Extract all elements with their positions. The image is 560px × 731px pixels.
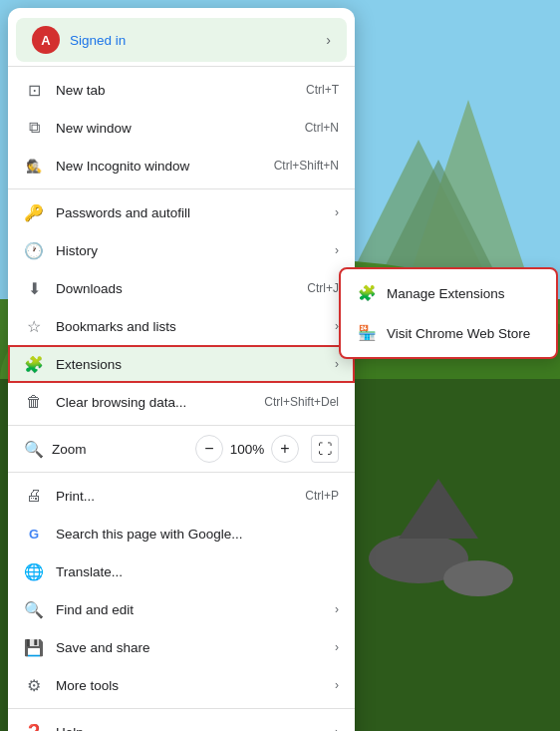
history-icon: 🕐 <box>24 240 44 260</box>
downloads-label: Downloads <box>56 281 295 296</box>
menu-item-help[interactable]: ❓ Help › <box>8 713 355 731</box>
chrome-web-store-icon: 🏪 <box>357 323 377 343</box>
new-window-label: New window <box>56 121 293 136</box>
menu-item-new-tab[interactable]: ⊡ New tab Ctrl+T <box>8 71 355 109</box>
passwords-icon: 🔑 <box>24 202 44 222</box>
signed-in-arrow: › <box>326 32 331 48</box>
downloads-icon: ⬇ <box>24 278 44 298</box>
clear-browsing-icon: 🗑 <box>24 392 44 412</box>
zoom-in-button[interactable]: + <box>271 435 299 463</box>
save-share-arrow: › <box>335 640 339 654</box>
svg-point-8 <box>443 560 513 596</box>
menu-item-print[interactable]: 🖨 Print... Ctrl+P <box>8 477 355 515</box>
passwords-arrow: › <box>335 205 339 219</box>
new-tab-icon: ⊡ <box>24 80 44 100</box>
menu-item-save-share[interactable]: 💾 Save and share › <box>8 628 355 666</box>
clear-browsing-shortcut: Ctrl+Shift+Del <box>264 395 339 409</box>
menu-item-history[interactable]: 🕐 History › <box>8 231 355 269</box>
chrome-menu: A Signed in › ⊡ New tab Ctrl+T ⧉ New win… <box>8 8 355 731</box>
zoom-value: 100% <box>227 442 267 457</box>
help-label: Help <box>56 725 323 732</box>
menu-item-search-google[interactable]: G Search this page with Google... <box>8 515 355 552</box>
divider-4 <box>8 472 355 473</box>
menu-item-find-edit[interactable]: 🔍 Find and edit › <box>8 590 355 628</box>
new-window-icon: ⧉ <box>24 118 44 138</box>
incognito-icon: 🕵 <box>24 156 44 176</box>
downloads-shortcut: Ctrl+J <box>307 281 339 295</box>
submenu-manage-extensions[interactable]: 🧩 Manage Extensions <box>341 273 556 313</box>
extensions-submenu: 🧩 Manage Extensions 🏪 Visit Chrome Web S… <box>339 267 558 359</box>
help-icon: ❓ <box>24 722 44 731</box>
find-edit-label: Find and edit <box>56 602 323 617</box>
print-label: Print... <box>56 489 293 504</box>
divider-2 <box>8 188 355 189</box>
divider-3 <box>8 425 355 426</box>
zoom-out-button[interactable]: − <box>195 435 223 463</box>
zoom-row: 🔍 Zoom − 100% + ⛶ <box>8 430 355 468</box>
more-tools-label: More tools <box>56 678 323 693</box>
menu-item-bookmarks[interactable]: ☆ Bookmarks and lists › <box>8 307 355 345</box>
search-google-label: Search this page with Google... <box>56 527 339 542</box>
history-arrow: › <box>335 243 339 257</box>
zoom-icon: 🔍 <box>24 439 44 459</box>
menu-item-more-tools[interactable]: ⚙ More tools › <box>8 666 355 704</box>
print-icon: 🖨 <box>24 486 44 506</box>
new-tab-label: New tab <box>56 83 294 98</box>
history-label: History <box>56 243 323 258</box>
extensions-label: Extensions <box>56 357 323 372</box>
save-share-label: Save and share <box>56 640 323 655</box>
bookmarks-label: Bookmarks and lists <box>56 319 323 334</box>
new-tab-shortcut: Ctrl+T <box>306 83 339 97</box>
more-tools-icon: ⚙ <box>24 675 44 695</box>
help-arrow: › <box>335 725 339 731</box>
bookmarks-icon: ☆ <box>24 316 44 336</box>
manage-extensions-label: Manage Extensions <box>387 286 505 301</box>
menu-item-translate[interactable]: 🌐 Translate... <box>8 552 355 590</box>
google-search-icon: G <box>24 524 44 544</box>
incognito-label: New Incognito window <box>56 159 262 174</box>
menu-item-new-window[interactable]: ⧉ New window Ctrl+N <box>8 109 355 147</box>
incognito-shortcut: Ctrl+Shift+N <box>274 159 339 173</box>
more-tools-arrow: › <box>335 678 339 692</box>
clear-browsing-label: Clear browsing data... <box>56 395 252 410</box>
signed-in-row[interactable]: A Signed in › <box>16 18 347 62</box>
chrome-web-store-label: Visit Chrome Web Store <box>387 326 530 341</box>
save-share-icon: 💾 <box>24 637 44 657</box>
manage-extensions-icon: 🧩 <box>357 283 377 303</box>
submenu-chrome-web-store[interactable]: 🏪 Visit Chrome Web Store <box>341 313 556 353</box>
menu-item-clear-browsing[interactable]: 🗑 Clear browsing data... Ctrl+Shift+Del <box>8 383 355 421</box>
menu-item-new-incognito[interactable]: 🕵 New Incognito window Ctrl+Shift+N <box>8 147 355 184</box>
fullscreen-button[interactable]: ⛶ <box>311 435 339 463</box>
menu-item-downloads[interactable]: ⬇ Downloads Ctrl+J <box>8 269 355 307</box>
signed-in-label: Signed in <box>70 33 316 48</box>
extensions-icon: 🧩 <box>24 354 44 374</box>
divider-1 <box>8 66 355 67</box>
divider-5 <box>8 708 355 709</box>
menu-item-passwords[interactable]: 🔑 Passwords and autofill › <box>8 193 355 231</box>
print-shortcut: Ctrl+P <box>305 489 339 503</box>
signed-in-avatar: A <box>32 26 60 54</box>
translate-label: Translate... <box>56 564 339 579</box>
menu-item-extensions[interactable]: 🧩 Extensions › <box>8 345 355 383</box>
extensions-arrow: › <box>335 357 339 371</box>
find-edit-arrow: › <box>335 602 339 616</box>
zoom-controls: − 100% + <box>195 435 299 463</box>
find-edit-icon: 🔍 <box>24 599 44 619</box>
translate-icon: 🌐 <box>24 561 44 581</box>
new-window-shortcut: Ctrl+N <box>305 121 339 135</box>
passwords-label: Passwords and autofill <box>56 205 323 220</box>
zoom-label: Zoom <box>52 442 187 457</box>
